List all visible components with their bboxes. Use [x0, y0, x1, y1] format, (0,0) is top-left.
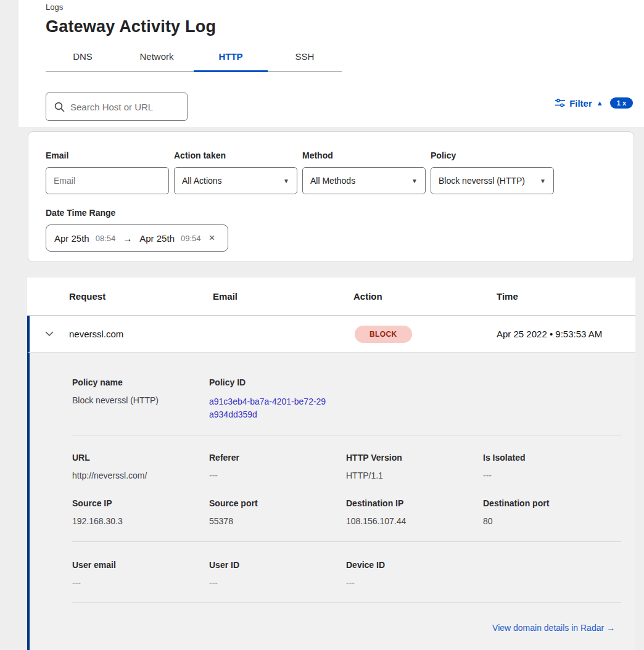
table-header-row: Request Email Action Time	[27, 278, 635, 316]
row-detail-panel: Policy name Block neverssl (HTTP) Policy…	[27, 353, 635, 650]
range-start-date[interactable]: Apr 25th	[54, 233, 89, 244]
detail-http-version: HTTP Version HTTP/1.1	[346, 453, 483, 480]
table-row[interactable]: neverssl.com BLOCK Apr 25 2022 • 9:53:53…	[27, 316, 635, 353]
email-filter-field: Email	[46, 150, 169, 194]
header-request: Request	[69, 291, 213, 302]
log-type-tabs: DNS Network HTTP SSH	[46, 48, 342, 72]
tab-dns[interactable]: DNS	[46, 48, 120, 71]
detail-policy-id: Policy ID a91c3eb4-ba7a-4201-be72-29a934…	[209, 377, 346, 421]
detail-url: URL http://neverssl.com/	[72, 453, 209, 480]
close-icon[interactable]: ×	[209, 232, 215, 244]
detail-destination-port: Destination port 80	[483, 498, 621, 526]
email-filter-label: Email	[46, 150, 169, 160]
detail-device-id: Device ID ---	[346, 560, 483, 588]
detail-is-isolated: Is Isolated ---	[483, 453, 621, 480]
action-taken-select[interactable]: All Actions ▼	[174, 167, 297, 194]
date-time-range-label: Date Time Range	[46, 208, 616, 218]
filter-toggle-button[interactable]: Filter ▲ 1 x	[555, 97, 633, 109]
search-host-url-box[interactable]	[46, 93, 188, 121]
arrow-right-icon: →	[123, 233, 132, 244]
tab-network[interactable]: Network	[120, 48, 194, 71]
row-expand-toggle[interactable]	[30, 331, 69, 337]
method-label: Method	[302, 150, 426, 160]
detail-user-email: User email ---	[72, 560, 209, 588]
method-field: Method All Methods ▼	[302, 150, 426, 194]
range-end-date[interactable]: Apr 25th	[139, 233, 175, 244]
divider	[72, 435, 621, 435]
search-input[interactable]	[70, 102, 175, 112]
policy-select[interactable]: Block neverssl (HTTP) ▼	[431, 167, 554, 194]
caret-down-icon: ▼	[283, 178, 289, 184]
radar-details-link[interactable]: View domain details in Radar →	[492, 623, 615, 633]
breadcrumb: Logs	[46, 2, 63, 12]
gateway-activity-log-page: Logs Gateway Activity Log DNS Network HT…	[0, 0, 644, 650]
status-badge-block: BLOCK	[355, 326, 412, 343]
page-header: Logs Gateway Activity Log DNS Network HT…	[19, 0, 644, 127]
range-end-time[interactable]: 09:54	[181, 234, 201, 243]
filter-sliders-icon	[555, 99, 565, 107]
header-time: Time	[497, 291, 635, 302]
method-select[interactable]: All Methods ▼	[302, 167, 426, 194]
filter-panel: Email Action taken All Actions ▼ Method …	[28, 131, 634, 262]
header-action: Action	[353, 291, 497, 302]
detail-referer: Referer ---	[209, 453, 346, 480]
divider	[72, 603, 621, 603]
caret-down-icon: ▼	[411, 178, 418, 184]
tab-ssh[interactable]: SSH	[268, 48, 342, 71]
page-title: Gateway Activity Log	[46, 17, 216, 36]
detail-source-ip: Source IP 192.168.30.3	[72, 498, 209, 526]
chevron-down-icon	[45, 331, 54, 337]
row-time: Apr 25 2022 • 9:53:53 AM	[497, 329, 635, 339]
caret-up-icon: ▲	[597, 99, 603, 107]
policy-field: Policy Block neverssl (HTTP) ▼	[431, 150, 554, 194]
email-filter-input[interactable]	[46, 167, 169, 194]
action-taken-field: Action taken All Actions ▼	[174, 150, 297, 194]
filter-label: Filter	[569, 98, 592, 109]
row-request: neverssl.com	[69, 329, 213, 339]
caret-down-icon: ▼	[540, 178, 546, 184]
header-email: Email	[213, 291, 353, 302]
filter-count-badge: 1 x	[610, 97, 633, 109]
tab-http[interactable]: HTTP	[194, 48, 268, 71]
search-icon	[54, 102, 65, 112]
detail-destination-ip: Destination IP 108.156.107.44	[346, 498, 483, 526]
detail-source-port: Source port 55378	[209, 498, 346, 526]
detail-policy-name: Policy name Block neverssl (HTTP)	[72, 377, 209, 421]
divider	[72, 541, 621, 542]
range-start-time[interactable]: 08:54	[96, 234, 116, 243]
action-taken-label: Action taken	[174, 150, 297, 160]
policy-id-link[interactable]: a91c3eb4-ba7a-4201-be72-29a934dd359d	[209, 395, 330, 421]
policy-label: Policy	[431, 150, 554, 160]
date-time-range-control[interactable]: Apr 25th 08:54 → Apr 25th 09:54 ×	[46, 224, 228, 252]
detail-user-id: User ID ---	[209, 560, 346, 588]
activity-log-table: Request Email Action Time neverssl.com B…	[27, 278, 635, 650]
